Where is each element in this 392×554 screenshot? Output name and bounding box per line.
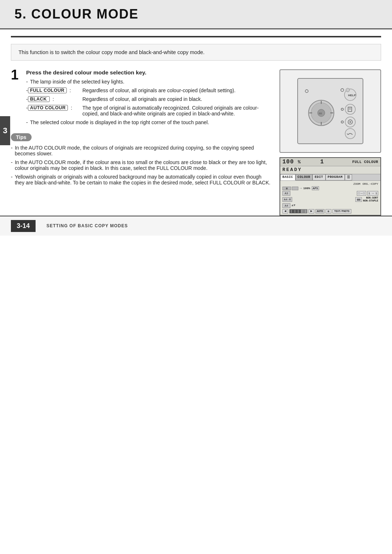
copy-mode-1to1: □→□ (357, 191, 366, 196)
tab-basic[interactable]: BASIC (280, 174, 295, 180)
copy-arrow-icon: → (300, 187, 302, 190)
auto-colour-badge: AUTO COLOUR (28, 105, 68, 111)
tips-section: Tips - In the AUTO COLOUR mode, the colo… (11, 133, 271, 186)
paper-icon-1: ▤ (282, 187, 291, 190)
tip-item-3: - Yellowish originals or originals with … (11, 174, 271, 186)
lcd-top-bar: 100 % 1 FULL COLOUR (280, 158, 380, 166)
full-colour-label-area: - FULL COLOUR : (26, 87, 82, 93)
a4r-row: A4-R ▥▥ NON-SORTNON-STAPLE (282, 196, 378, 203)
chapter-number: 3 (3, 126, 7, 135)
black-label-area: - BLACK : (26, 96, 82, 102)
aps-button[interactable]: APS (312, 186, 319, 190)
svg-point-13 (346, 88, 350, 92)
lcd-zoom-row: ZOOM ORG.→COPY (282, 182, 378, 186)
arrow-right-btn[interactable]: ▶ (309, 209, 314, 213)
footer-text: SETTING OF BASIC COPY MODES (46, 223, 128, 228)
paper-icon-2 (292, 187, 298, 190)
auto-colour-row: - AUTO COLOUR : The type of original is … (26, 105, 271, 117)
lcd-mode-label: FULL COLOUR (352, 160, 378, 164)
tip-item-2: - In the AUTO COLOUR mode, if the colour… (11, 159, 271, 171)
full-colour-badge: FULL COLOUR (28, 87, 67, 93)
step-1-row: 1 Press the desired colour mode selectio… (11, 69, 271, 125)
lcd-zoom-percent: 100 % 1 (282, 159, 324, 165)
ready-text: READY (282, 167, 302, 172)
step-content: Press the desired colour mode selection … (26, 69, 271, 125)
a3-cell: A3 (282, 191, 290, 196)
display-note: - The selected colour mode is displayed … (26, 119, 271, 125)
lcd-body: ZOOM ORG.→COPY ▤ → 100% APS (280, 181, 380, 215)
tip-text-2: In the AUTO COLOUR mode, if the colour a… (15, 159, 271, 171)
text-photo-button[interactable]: TEXT/PHOTO (332, 209, 351, 213)
lamp-note: - The lamp inside of the selected key li… (26, 79, 271, 85)
svg-point-21 (350, 121, 351, 123)
org-copy-label: ORG.→COPY (363, 182, 378, 186)
arrow-down-icon: ▲▼ (291, 204, 295, 207)
main-content: 1 Press the desired colour mode selectio… (11, 69, 381, 216)
copier-svg: 88 HELP (294, 75, 367, 147)
tips-list: - In the AUTO COLOUR mode, the colours o… (11, 145, 271, 186)
arrow-left-btn[interactable]: ◀ (282, 209, 288, 213)
lcd-panel: 100 % 1 FULL COLOUR READY BASIC COLOUR E… (279, 157, 381, 216)
copier-illustration: 88 HELP (279, 69, 381, 153)
black-badge: BLACK (28, 96, 50, 102)
full-colour-row: - FULL COLOUR : Regardless of colour, al… (26, 87, 271, 93)
intro-text: This function is to switch the colour co… (19, 49, 205, 55)
display-note-text: The selected colour mode is displayed in… (30, 119, 209, 125)
tip-item-1: - In the AUTO COLOUR mode, the colours o… (11, 145, 271, 156)
lcd-ready-text: READY (280, 166, 380, 174)
left-column: 1 Press the desired colour mode selectio… (11, 69, 271, 216)
svg-text:88: 88 (319, 112, 322, 115)
auto-colour-desc: The type of original is automatically re… (82, 105, 271, 117)
footer-page-number: 3-14 (11, 220, 36, 232)
a4-row: A4 ▲▼ (282, 203, 378, 208)
lcd-tabs-row: BASIC COLOUR EDIT PROGRAM ☰ (280, 174, 380, 181)
a4r-cell: A4-R (282, 197, 292, 202)
chapter-marker: 3 (0, 116, 10, 145)
top-rule (11, 36, 381, 37)
zoom-symbol: % (298, 159, 301, 165)
page-title: 5. COLOUR MODE (15, 7, 377, 22)
paper-row-1: ▤ → 100% APS (282, 186, 378, 190)
tab-extra[interactable]: ☰ (345, 174, 352, 180)
zoom-label: ZOOM (354, 182, 360, 186)
tab-edit[interactable]: EDIT (313, 174, 326, 180)
toner-bar (289, 209, 307, 213)
tab-colour[interactable]: COLOUR (295, 174, 313, 180)
a3-row: A3 □→□ 1 → 1 (282, 191, 378, 196)
copy-count: 1 (320, 159, 324, 165)
non-sort-label: NON-SORTNON-STAPLE (363, 196, 378, 203)
tip-text-3: Yellowish originals or originals with a … (15, 174, 271, 186)
right-column: 88 HELP (279, 69, 381, 216)
tab-program[interactable]: PROGRAM (326, 174, 345, 180)
a4-cell: A4 (282, 203, 290, 208)
svg-text:HELP: HELP (348, 94, 356, 97)
auto-colour-label-area: - AUTO COLOUR : (26, 105, 82, 111)
image-icon: ▨ (326, 209, 331, 213)
page-header: 5. COLOUR MODE (0, 0, 392, 29)
zoom-percent-value: 100 (282, 159, 294, 165)
tip-text-1: In the AUTO COLOUR mode, the colours of … (15, 145, 271, 156)
black-desc: Regardless of colour, all originals are … (82, 96, 271, 102)
black-row: - BLACK : Regardless of colour, all orig… (26, 96, 271, 102)
zoom-value: 100% (303, 187, 310, 190)
tips-badge: Tips (11, 133, 32, 141)
auto-button[interactable]: AUTO (315, 209, 324, 213)
sort-icon-cell: ▥▥ (355, 197, 362, 202)
lcd-bottom-row: ◀ ▶ AUTO ▨ (282, 209, 378, 213)
intro-box: This function is to switch the colour co… (11, 44, 381, 61)
step-number: 1 (11, 68, 23, 82)
page-footer: 3-14 SETTING OF BASIC COPY MODES (0, 216, 392, 236)
full-colour-desc: Regardless of colour, all originals are … (82, 87, 271, 93)
one-to-one-label: 1 → 1 (367, 191, 378, 196)
lamp-note-text: The lamp inside of the selected key ligh… (30, 79, 124, 85)
step-heading: Press the desired colour mode selection … (26, 69, 271, 76)
